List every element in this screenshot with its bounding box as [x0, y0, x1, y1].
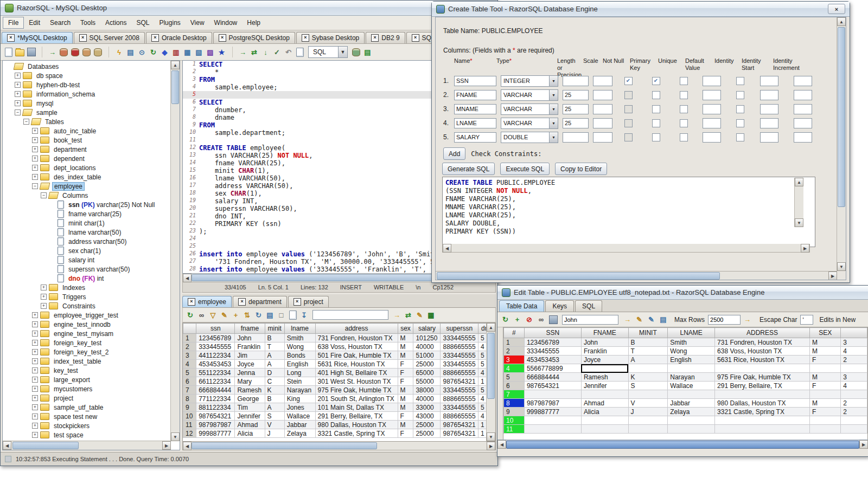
tree-item-sample[interactable]: −sample [4, 108, 170, 117]
cell[interactable]: 33000 [413, 403, 441, 412]
results-tab-department[interactable]: ×department [233, 296, 287, 307]
row-number[interactable]: 8 [504, 399, 525, 408]
menu-edit[interactable]: Edit [24, 17, 45, 28]
expand-icon[interactable]: + [32, 340, 38, 346]
undo-icon[interactable]: ↶ [283, 47, 293, 57]
column-header-superssn[interactable]: superssn [441, 324, 478, 334]
sort-icon[interactable]: ⇅ [242, 310, 252, 320]
cell[interactable]: King [284, 395, 315, 403]
cell[interactable]: 987654321 [196, 412, 235, 421]
column-name-input[interactable]: LNAME [454, 118, 496, 128]
column-header-[interactable]: # [504, 328, 525, 338]
scroll-left-icon[interactable]: ◀ [183, 442, 192, 450]
tree-item-columns[interactable]: −Columns [4, 191, 170, 200]
identity-start-input[interactable] [760, 104, 778, 114]
cell[interactable]: 881122334 [196, 403, 235, 412]
cell-partial[interactable] [841, 425, 867, 434]
tree-item-engine-test-innodb[interactable]: +engine_test_innodb [4, 320, 170, 329]
close-tab-icon[interactable]: × [7, 34, 15, 42]
cell[interactable]: Smith [284, 334, 315, 343]
cell[interactable]: Jennifer [235, 412, 265, 421]
expand-icon[interactable]: + [32, 423, 38, 429]
cell[interactable]: Narayan [284, 386, 315, 395]
connection-tab-sql-server-2008[interactable]: ×SQL Server 2008 [74, 32, 145, 43]
tree-item-key-test[interactable]: +key_test [4, 366, 170, 375]
cell[interactable]: F [398, 377, 413, 386]
cell[interactable]: 301 West St. Houston TX [315, 377, 398, 386]
scroll-up-icon[interactable]: ▲ [487, 323, 495, 332]
cell[interactable]: 987654321 [441, 377, 478, 386]
table-row[interactable]: 1123456789JohnBSmith731 Fondren, Houston… [504, 338, 867, 347]
cell[interactable]: Zelaya [668, 408, 715, 416]
cell[interactable]: 999887777 [524, 408, 581, 416]
row-number[interactable]: 2 [504, 347, 525, 356]
execute-sql-icon[interactable]: → [238, 47, 248, 57]
scroll-down-icon[interactable]: ▼ [171, 432, 180, 441]
cell[interactable]: Smith [668, 338, 715, 347]
cell[interactable]: 888665555 [441, 369, 478, 377]
cell[interactable]: 661122334 [196, 377, 235, 386]
cell[interactable]: 731 Fondren, Houston TX [315, 334, 398, 343]
primary-key-checkbox[interactable] [652, 133, 660, 141]
column-header-rownum[interactable] [183, 324, 196, 334]
expand-icon[interactable]: + [32, 156, 38, 162]
cell[interactable]: 333445555 [524, 347, 581, 356]
cell[interactable]: Jabbar [668, 399, 715, 408]
cell[interactable]: 38000 [413, 386, 441, 395]
go-search-icon[interactable]: → [622, 314, 633, 325]
edit-table-grid[interactable]: #SSNFNAMEMINITLNAMEADDRESSSEX1123456789J… [503, 327, 867, 434]
cell[interactable]: M [398, 403, 413, 412]
cell[interactable]: Stein [284, 377, 315, 386]
history-icon[interactable] [295, 47, 305, 57]
expand-icon[interactable]: + [32, 174, 38, 180]
add-column-button[interactable]: Add [443, 147, 465, 160]
expand-icon[interactable]: + [32, 165, 38, 171]
view-record-icon[interactable]: ∞ [196, 310, 207, 320]
identity-checkbox[interactable] [736, 91, 744, 99]
cell[interactable]: 987987987 [524, 399, 581, 408]
cell[interactable]: Alicia [235, 429, 265, 438]
expand-icon[interactable]: + [32, 358, 38, 364]
cell[interactable] [628, 416, 668, 425]
cell[interactable] [810, 364, 841, 373]
edit-hscroll-thumb[interactable] [506, 441, 859, 449]
sqlbox-horizontal-scrollbar[interactable]: ◀ ▶ [442, 244, 810, 253]
cell-partial[interactable]: 2 [841, 408, 867, 416]
execute-sql-button[interactable]: Execute SQL [500, 163, 550, 175]
tree-item-constraints[interactable]: +Constraints [4, 301, 170, 311]
expand-icon[interactable]: + [32, 128, 38, 134]
format-sql-icon[interactable]: ◆ [159, 47, 170, 57]
validate-icon[interactable]: ✓ [272, 47, 282, 57]
tree-item-databases[interactable]: Databases [4, 62, 170, 71]
cell[interactable] [524, 390, 581, 399]
chevron-down-icon[interactable]: ▾ [549, 118, 558, 128]
default-value-input[interactable] [703, 118, 721, 128]
column-header-address[interactable]: address [315, 324, 398, 334]
row-number[interactable]: 10 [183, 412, 196, 421]
tree-item-mysql[interactable]: +mysql [4, 99, 170, 108]
cell[interactable]: 987654321 [524, 382, 581, 390]
close-tab-icon[interactable]: × [412, 34, 419, 42]
cell[interactable] [810, 390, 841, 399]
expand-icon[interactable]: + [32, 432, 38, 438]
highlight-matches-icon[interactable]: ✎ [634, 314, 644, 325]
expand-icon[interactable]: + [41, 285, 47, 290]
not-null-checkbox[interactable] [624, 119, 633, 127]
cell[interactable]: M [398, 351, 413, 360]
connection-tab-oracle-desktop[interactable]: ×Oracle Desktop [146, 32, 212, 43]
unique-checkbox[interactable] [680, 133, 688, 141]
cell[interactable]: A [628, 356, 668, 364]
cell[interactable]: M [398, 334, 413, 343]
column-type-dropdown[interactable]: VARCHAR▾ [501, 104, 558, 115]
primary-key-checkbox[interactable]: ✔ [652, 77, 660, 85]
scroll-down-icon[interactable]: ▼ [487, 432, 495, 441]
cell[interactable]: 123456789 [524, 338, 581, 347]
close-icon[interactable]: × [828, 4, 845, 14]
database-icon[interactable] [93, 47, 103, 57]
table-row[interactable]: 8771122334GeorgeBKing201 South St, Arlin… [183, 395, 495, 403]
column-name-input[interactable]: FNAME [454, 90, 496, 100]
tree-item-des-index-table[interactable]: +des_index_table [4, 172, 170, 182]
cell[interactable]: J [265, 429, 284, 438]
identity-increment-input[interactable] [794, 90, 812, 100]
bookmark-icon[interactable]: ★ [216, 47, 227, 57]
